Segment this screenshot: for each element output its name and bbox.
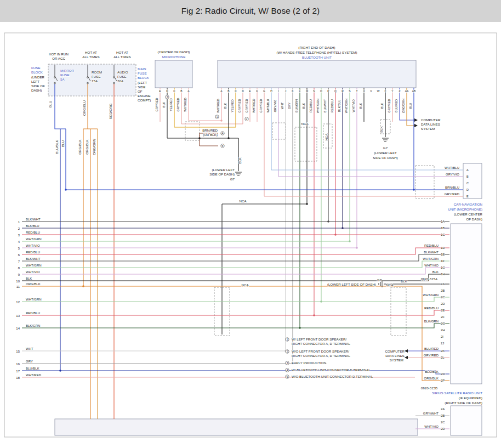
bt-pin-wire-label: BLK/WHT <box>323 99 327 112</box>
text-label: W/ BLUETOOTH UNIT CONNECTOR D TERMINAL <box>292 368 371 372</box>
note-number: 1 <box>217 116 218 118</box>
row-number: 13 <box>16 314 20 317</box>
right-pin-label: 2C <box>441 296 445 299</box>
bottom-pin-label: 2C <box>441 421 445 424</box>
text-label: 15A <box>92 79 98 83</box>
text-label: W/O BLUETOOTH UNIT CONNECTOR D TERMINAL <box>292 375 373 378</box>
row-number: 10 <box>16 280 20 283</box>
right-wire-label: BLK/GRN <box>424 320 439 323</box>
right-pin-label: 1H <box>441 273 445 276</box>
bt-pin-letter: I <box>278 89 278 93</box>
bt-pin-wire-label: GRY <box>288 103 291 109</box>
wiring-diagram: 1234534512AWHT/REDBBLKCYEL/REDDGRY/REDEG… <box>0 0 501 448</box>
text-label: NCA <box>241 283 249 287</box>
text-label: BLU <box>48 101 52 107</box>
text-label: AUDIO <box>117 70 128 74</box>
bt-pin-letter: U <box>363 89 365 93</box>
component-box <box>451 224 482 384</box>
text-label: (RIGHT END OF DASH) <box>298 46 335 49</box>
row-wire-label: WHT <box>26 347 33 350</box>
text-label: UNIT (MICROPHONE) <box>448 207 482 211</box>
bottom-wire-label: WHT/VIO <box>424 425 439 428</box>
note-number: 4 <box>222 132 224 135</box>
bt-pin-letter: M <box>306 89 308 93</box>
text-label: FUSE <box>117 75 127 78</box>
text-label: G7 <box>230 177 235 181</box>
bt-pin-wire-label: GRY/RED <box>259 99 263 112</box>
right-pin-label: 2L <box>441 356 445 359</box>
bt-pin-wire-label: WHT/RED <box>217 99 220 113</box>
note-number: 3 <box>287 362 288 365</box>
text-label: RIGHT CONNECTOR A, D TERMINAL <box>292 354 350 358</box>
bt-pin-letter: L <box>299 89 301 93</box>
nav-pin-letter: E <box>466 195 469 198</box>
right-pin-label: 2F <box>441 315 445 319</box>
bt-pin-wire-label: BLK <box>302 103 305 109</box>
text-label: (LOWER LEFT <box>212 168 235 172</box>
mic-pin-wire-label: GRY/RED <box>177 98 180 111</box>
note-number: 3 <box>167 96 168 99</box>
text-label: DATA LINES <box>421 122 440 126</box>
row-number: 16 <box>16 362 20 366</box>
right-wire-label: GRY/RED <box>424 354 439 357</box>
bt-pin-wire-label: RED/BLU <box>309 99 312 112</box>
nav-pin-letter: A <box>466 168 469 172</box>
right-pin-label: 1A <box>441 220 445 223</box>
text-label: DASH) <box>31 88 42 92</box>
text-label: ORG/BLK <box>78 139 82 154</box>
text-label: OF <box>138 89 143 93</box>
text-label: (LOWER LEFT <box>374 151 397 155</box>
text-label: BLK <box>379 126 383 133</box>
text-label: ORG/BLK <box>85 139 89 154</box>
text-label: HOT AT <box>85 50 97 54</box>
nav-wire-label: GRY/VIO <box>446 173 459 176</box>
text-label: (IF EQUIPPED) <box>459 396 482 400</box>
text-label: (OR BLK) <box>203 133 218 137</box>
right-wire-label: BLU/RED <box>424 347 439 350</box>
text-label: 0920-315B <box>421 386 437 390</box>
text-label: MICROPHONE <box>162 55 186 59</box>
right-pin-label: 2E <box>441 309 445 312</box>
bt-pin-wire-label: WHT/BLU <box>266 99 270 113</box>
row-wire-label: BLK/WHT <box>26 218 41 221</box>
text-label: BLU/BLK <box>55 139 59 154</box>
text-label: FUSE <box>138 71 147 75</box>
text-label: (LOWER LEFT SIDE OF DASH) <box>327 282 376 286</box>
bt-pin-letter: H <box>270 89 272 93</box>
row-number: 11 <box>16 285 20 288</box>
nav-wire-label: GRY/RED <box>445 192 460 196</box>
text-label: BLUETOOTH UNIT <box>302 55 332 59</box>
bt-pin-wire-label: BLK/BLU <box>338 100 341 112</box>
text-label: 5A <box>60 77 65 81</box>
bt-pin-wire-label: BLU/RED <box>395 99 398 112</box>
text-label: 0920-315A <box>421 277 438 281</box>
junction-dot <box>59 370 61 372</box>
bt-pin-letter: Q <box>334 89 337 93</box>
right-wire-label: BLK <box>432 270 439 274</box>
row-wire-label: ORG/BLK <box>26 282 41 286</box>
row-number: 17 <box>16 370 20 373</box>
text-label: BLK <box>401 279 408 283</box>
note-number: 5 <box>287 376 288 378</box>
text-label: SYSTEM <box>421 127 435 131</box>
bottom-pin-label: 2D <box>441 427 445 430</box>
text-label: SIDE <box>138 85 145 89</box>
junction-dot <box>65 189 67 191</box>
junction-dot <box>356 247 358 249</box>
nav-pin-letter: C <box>466 182 469 185</box>
right-wire-label: WHT/GRN <box>423 257 439 260</box>
right-pin-label: 1E <box>441 253 445 256</box>
row-wire-label: WHT/GRN <box>26 298 42 301</box>
bt-pin-wire-label: GRY/VIO <box>274 99 277 112</box>
junction-dot <box>413 189 415 191</box>
mic-pin-letter: C <box>173 89 175 93</box>
text-label: NCA <box>386 283 394 287</box>
text-label: RED/ORG <box>109 103 112 119</box>
text-label: SYSTEM <box>390 358 403 362</box>
row-wire-label: WHT/GRN <box>26 264 42 267</box>
junction-dot <box>341 227 344 229</box>
bt-pin-letter: W <box>377 89 380 93</box>
text-label: (RIGHT SIDE OF DASH) <box>445 401 482 405</box>
fuse-symbol <box>87 82 89 84</box>
text-label: ALL TIMES <box>82 55 99 59</box>
